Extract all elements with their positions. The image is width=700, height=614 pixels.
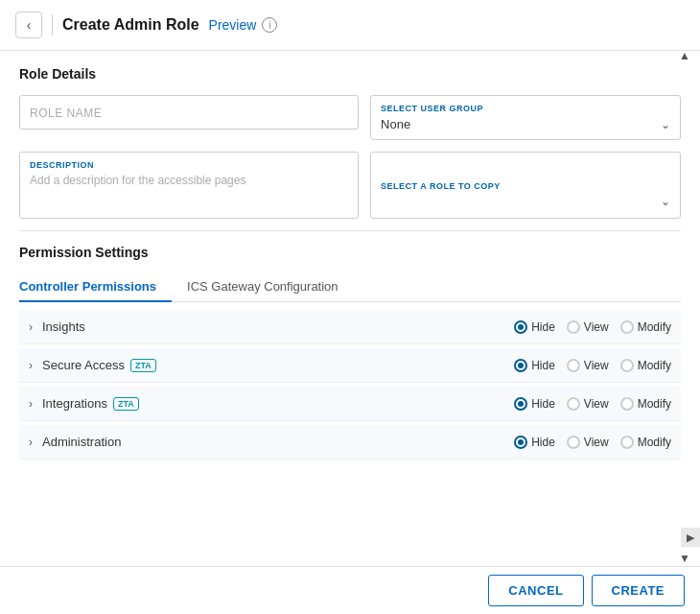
radio-btn[interactable]: [620, 397, 634, 411]
user-group-label: SELECT USER GROUP: [381, 104, 670, 113]
radio-option-view[interactable]: View: [567, 397, 609, 411]
user-group-chevron: ⌄: [661, 118, 670, 131]
zta-badge: ZTA: [130, 359, 156, 372]
description-placeholder: Add a description for the accessible pag…: [30, 174, 348, 187]
radio-group: Hide View Modify: [514, 397, 671, 411]
radio-option-hide[interactable]: Hide: [514, 436, 555, 449]
radio-label: Modify: [638, 397, 671, 411]
user-group-select[interactable]: None ⌄: [381, 117, 670, 131]
role-name-field: [19, 95, 359, 130]
radio-label: Hide: [531, 320, 555, 334]
permission-row: › Administration Hide View Modi: [19, 425, 681, 460]
permission-rows: › Insights Hide View Modify: [19, 310, 681, 460]
user-group-field[interactable]: SELECT USER GROUP None ⌄: [370, 95, 681, 140]
description-field: DESCRIPTION Add a description for the ac…: [19, 152, 359, 219]
role-copy-chevron: ⌄: [661, 195, 670, 208]
expand-icon[interactable]: ›: [29, 436, 33, 449]
main-content: Role Details SELECT USER GROUP None ⌄ DE…: [0, 51, 700, 569]
form-row-2: DESCRIPTION Add a description for the ac…: [19, 152, 681, 219]
radio-label: Modify: [638, 436, 671, 449]
radio-btn[interactable]: [567, 397, 580, 411]
radio-btn[interactable]: [514, 359, 527, 372]
role-copy-label: SELECT A ROLE TO COPY: [381, 181, 670, 191]
tab-ics-gateway[interactable]: ICS Gateway Configuration: [187, 272, 354, 301]
radio-label: Modify: [638, 320, 671, 334]
back-button[interactable]: ‹: [15, 12, 42, 38]
description-label: DESCRIPTION: [30, 160, 348, 170]
radio-btn[interactable]: [567, 320, 580, 334]
preview-link[interactable]: Preview: [209, 17, 257, 33]
radio-group: Hide View Modify: [514, 359, 671, 372]
radio-btn[interactable]: [514, 397, 527, 411]
page-header: ‹ Create Admin Role Preview i: [0, 0, 700, 51]
zta-badge: ZTA: [113, 397, 139, 411]
radio-option-hide[interactable]: Hide: [514, 320, 555, 334]
permission-row: › Insights Hide View Modify: [19, 310, 681, 344]
scroll-right-button[interactable]: ▶: [681, 528, 700, 547]
form-row-1: SELECT USER GROUP None ⌄: [19, 95, 681, 140]
radio-option-modify[interactable]: Modify: [620, 436, 671, 449]
create-button[interactable]: CREATE: [592, 575, 685, 606]
radio-btn[interactable]: [620, 436, 634, 449]
user-group-value: None: [381, 117, 410, 131]
radio-option-modify[interactable]: Modify: [620, 359, 671, 372]
radio-option-modify[interactable]: Modify: [620, 320, 671, 334]
radio-label: Hide: [531, 359, 555, 372]
permission-row: › Integrations ZTA Hide View Mod: [19, 387, 681, 421]
permission-name: Administration: [42, 435, 514, 449]
radio-btn[interactable]: [514, 320, 527, 334]
radio-label: View: [584, 320, 609, 334]
expand-icon[interactable]: ›: [29, 320, 33, 334]
header-divider: [52, 14, 53, 35]
radio-option-hide[interactable]: Hide: [514, 397, 555, 411]
radio-btn[interactable]: [620, 359, 634, 372]
permission-name: Integrations ZTA: [42, 396, 514, 411]
radio-option-modify[interactable]: Modify: [620, 397, 671, 411]
role-details-title: Role Details: [19, 66, 681, 82]
radio-btn[interactable]: [567, 436, 580, 449]
footer: CANCEL CREATE: [0, 566, 700, 614]
permission-name: Insights: [42, 319, 514, 334]
radio-group: Hide View Modify: [514, 320, 671, 334]
permission-tabs: Controller Permissions ICS Gateway Confi…: [19, 272, 681, 302]
expand-icon[interactable]: ›: [29, 359, 33, 372]
permission-settings-title: Permission Settings: [19, 245, 681, 260]
role-copy-field[interactable]: SELECT A ROLE TO COPY ⌄: [370, 152, 681, 219]
role-name-input[interactable]: [30, 106, 348, 120]
radio-option-view[interactable]: View: [567, 320, 609, 334]
radio-btn[interactable]: [567, 359, 580, 372]
radio-label: Hide: [531, 397, 555, 411]
radio-label: View: [584, 359, 609, 372]
radio-label: Hide: [531, 436, 555, 449]
radio-label: View: [584, 436, 609, 449]
radio-label: Modify: [638, 359, 671, 372]
radio-option-hide[interactable]: Hide: [514, 359, 555, 372]
radio-label: View: [584, 397, 609, 411]
scroll-up-button[interactable]: ▲: [677, 48, 692, 63]
page-title: Create Admin Role: [62, 16, 199, 34]
role-copy-select[interactable]: ⌄: [381, 195, 670, 208]
section-divider: [19, 230, 681, 231]
tab-controller-permissions[interactable]: Controller Permissions: [19, 272, 172, 301]
radio-option-view[interactable]: View: [567, 359, 609, 372]
expand-icon[interactable]: ›: [29, 397, 33, 411]
radio-option-view[interactable]: View: [567, 436, 609, 449]
permission-name: Secure Access ZTA: [42, 358, 514, 372]
cancel-button[interactable]: CANCEL: [488, 575, 583, 606]
info-icon[interactable]: i: [262, 17, 277, 33]
permission-row: › Secure Access ZTA Hide View Mo: [19, 348, 681, 383]
radio-group: Hide View Modify: [514, 436, 671, 449]
radio-btn[interactable]: [514, 436, 527, 449]
radio-btn[interactable]: [620, 320, 634, 334]
scroll-down-button[interactable]: ▼: [677, 551, 692, 566]
